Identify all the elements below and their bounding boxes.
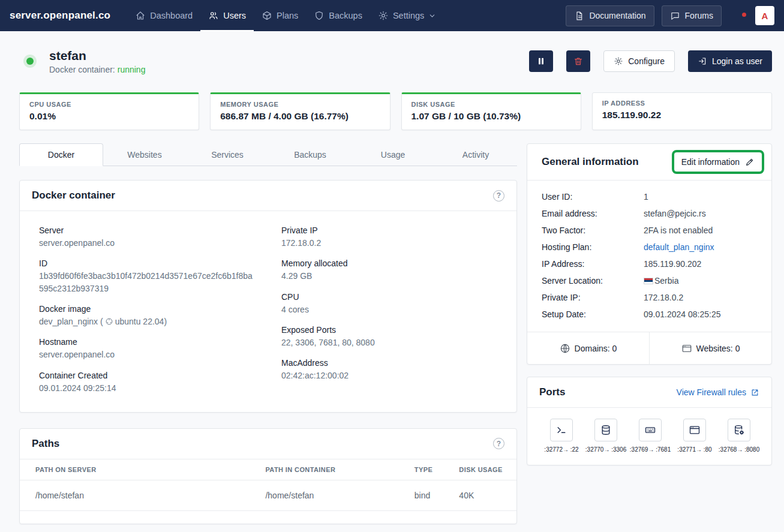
users-icon: [208, 10, 219, 21]
page-title: stefan: [49, 48, 145, 63]
brand-logo[interactable]: server.openpanel.co: [10, 10, 110, 22]
stat-value: 0.01%: [29, 111, 189, 122]
field-mac-address: MacAddress 02:42:ac:12:00:02: [281, 358, 497, 381]
tab-backups[interactable]: Backups: [269, 143, 352, 166]
general-info-footer: Domains: 0 Websites: 0: [527, 332, 771, 364]
domains-count[interactable]: Domains: 0: [527, 332, 649, 364]
field-docker-image: Docker image dev_plan_nginx ( ubuntu 22.…: [39, 304, 255, 327]
stat-value: 185.119.90.22: [602, 110, 762, 121]
nav-plans[interactable]: Plans: [254, 0, 306, 31]
container-subtitle: Docker container:running: [49, 65, 145, 74]
general-info-fields: User ID: 1 Email address: stefan@pejcic.…: [527, 181, 771, 332]
stat-disk: DISK USAGE 1.07 GB / 10 GB (10.73%): [401, 92, 581, 130]
stat-value: 686.87 MB / 4.00 GB (16.77%): [220, 111, 380, 122]
port-webterminal[interactable]: :32769→ :7681: [630, 419, 670, 453]
plans-icon: [262, 10, 272, 21]
field-private-ip: Private IP 172.18.0.2: [281, 226, 497, 249]
browser-icon: [689, 424, 701, 436]
nav-label: Settings: [393, 11, 424, 20]
page-content: stefan Docker container:running Config: [0, 31, 784, 524]
general-information-card: General information Edit information Use…: [527, 143, 772, 365]
docker-right-fields: Private IP 172.18.0.2 Memory allocated 4…: [281, 226, 497, 404]
port-mysql[interactable]: :32770→ :3306: [586, 419, 626, 453]
pause-icon: [536, 56, 546, 66]
general-row-two-factor: Two Factor: 2FA is not enabled: [542, 222, 757, 239]
notification-dot: [742, 13, 746, 17]
pencil-icon: [745, 157, 755, 167]
nav-settings[interactable]: Settings: [370, 0, 444, 31]
websites-count[interactable]: Websites: 0: [649, 332, 771, 364]
ports-card-title: Ports: [539, 386, 565, 398]
delete-button[interactable]: [566, 50, 590, 72]
configure-button[interactable]: Configure: [603, 50, 675, 72]
tab-activity[interactable]: Activity: [434, 143, 517, 166]
globe-icon: [560, 343, 570, 354]
tab-docker[interactable]: Docker: [19, 143, 103, 166]
forums-button[interactable]: Forums: [662, 5, 722, 26]
nav-dashboard[interactable]: Dashboard: [127, 0, 200, 31]
backups-icon: [314, 10, 325, 21]
status-dot: [26, 58, 34, 65]
documentation-label: Documentation: [589, 11, 645, 20]
edit-information-button[interactable]: Edit information: [681, 157, 740, 167]
settings-icon: [378, 10, 389, 21]
table-row: /home/stefan /home/stefan bind 40K: [20, 480, 516, 510]
nav-users[interactable]: Users: [200, 0, 254, 31]
tab-usage[interactable]: Usage: [352, 143, 434, 166]
general-row-setup-date: Setup Date: 09.01.2024 08:25:25: [542, 306, 757, 323]
hosting-plan-link[interactable]: default_plan_nginx: [644, 242, 714, 252]
general-row-user-id: User ID: 1: [542, 188, 757, 205]
field-cpu: CPU 4 cores: [281, 292, 497, 315]
tab-bar: Docker Websites Services Backups Usage A…: [19, 143, 517, 166]
title-block: stefan Docker container:running: [49, 48, 145, 74]
subtitle-prefix: Docker container:: [49, 65, 115, 74]
field-hostname: Hostname server.openpanel.co: [39, 337, 255, 360]
field-memory-allocated: Memory allocated 4.29 GB: [281, 259, 497, 282]
column-header: TYPE: [407, 459, 452, 480]
navbar-right: Documentation Forums A: [566, 5, 774, 26]
database-gear-icon: [733, 424, 745, 436]
right-column: General information Edit information Use…: [527, 143, 772, 465]
user-header: stefan Docker container:running Config: [19, 48, 772, 74]
port-mappings: :32772→ :22 :32770→ :3306: [527, 408, 771, 465]
login-as-user-button[interactable]: Login as user: [688, 50, 772, 72]
left-column: Docker Websites Services Backups Usage A…: [19, 143, 517, 524]
general-row-server-location: Server Location: Serbia: [542, 272, 757, 289]
nav-label: Plans: [277, 11, 298, 20]
stat-memory: MEMORY USAGE 686.87 MB / 4.00 GB (16.77%…: [210, 92, 390, 130]
status-badge: running: [118, 65, 146, 74]
port-ssh[interactable]: :32772→ :22: [542, 419, 581, 453]
help-icon[interactable]: [493, 190, 504, 202]
general-info-title: General information: [542, 156, 639, 168]
ports-card: Ports View Firewall rules: [527, 377, 772, 465]
dark-mode-toggle[interactable]: [729, 13, 734, 18]
serbia-flag-icon: [644, 278, 653, 284]
view-firewall-rules-link[interactable]: View Firewall rules: [677, 387, 759, 397]
home-icon: [135, 10, 146, 21]
stat-ip: IP ADDRESS 185.119.90.22: [592, 92, 772, 130]
general-row-hosting-plan: Hosting Plan: default_plan_nginx: [542, 239, 757, 256]
gear-icon: [614, 56, 623, 66]
help-icon[interactable]: [493, 438, 504, 449]
documentation-button[interactable]: Documentation: [566, 5, 654, 26]
port-http[interactable]: :32771→ :80: [675, 419, 714, 453]
notifications-button[interactable]: [741, 13, 746, 18]
docker-container-card: Docker container Server server.openpanel…: [19, 180, 517, 413]
top-navbar: server.openpanel.co Dashboard Users Plan…: [0, 0, 784, 31]
tab-websites[interactable]: Websites: [103, 143, 186, 166]
paths-card-title: Paths: [32, 438, 59, 450]
tab-services[interactable]: Services: [186, 143, 269, 166]
paths-card: Paths PATH ON SERVER PATH IN CONTAINER T…: [19, 428, 517, 524]
port-phpmyadmin[interactable]: :32768→ :8080: [719, 419, 759, 453]
docker-card-title: Docker container: [32, 190, 115, 202]
configure-label: Configure: [628, 56, 665, 66]
avatar[interactable]: A: [755, 6, 774, 25]
pause-button[interactable]: [529, 50, 553, 72]
paths-table: PATH ON SERVER PATH IN CONTAINER TYPE DI…: [20, 459, 516, 511]
trash-icon: [573, 56, 583, 66]
forums-icon: [670, 11, 680, 21]
ubuntu-icon: [105, 317, 113, 326]
field-id: ID 1b39fd60f6fe3bac3b10f472b0214d3571e67…: [39, 259, 255, 294]
field-server: Server server.openpanel.co: [39, 226, 255, 249]
nav-backups[interactable]: Backups: [306, 0, 370, 31]
